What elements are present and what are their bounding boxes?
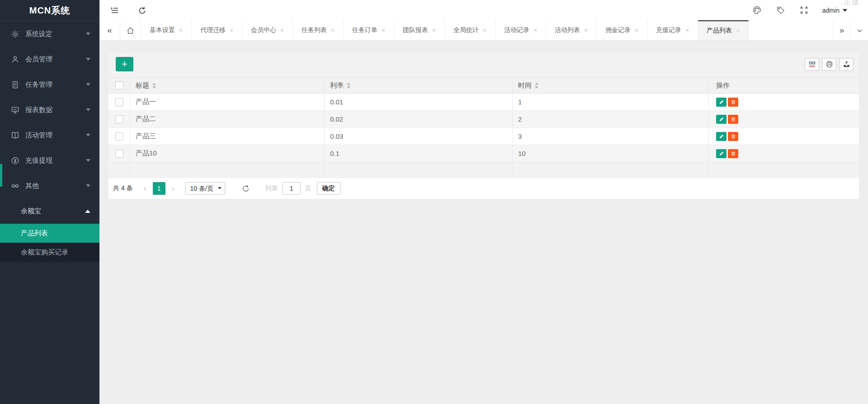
tabs-menu-button[interactable] <box>850 20 868 40</box>
sidebar-item-recharge-withdraw[interactable]: 充值提现 <box>0 148 99 173</box>
refresh-button[interactable] <box>137 5 147 16</box>
tab-5[interactable]: 团队报表 × <box>394 20 445 40</box>
row-checkbox[interactable] <box>115 132 123 141</box>
close-icon[interactable]: × <box>533 27 537 33</box>
close-icon[interactable]: × <box>635 27 638 33</box>
user-menu[interactable]: admin <box>822 7 847 14</box>
add-button[interactable]: + <box>116 57 133 71</box>
close-icon[interactable]: × <box>230 27 233 33</box>
theme-button[interactable] <box>752 5 763 16</box>
sort-icon[interactable] <box>535 83 538 89</box>
edit-button[interactable] <box>716 149 726 158</box>
sidebar-item-tasks[interactable]: 任务管理 <box>0 72 99 97</box>
close-icon[interactable]: × <box>685 27 689 33</box>
pencil-icon <box>719 151 724 156</box>
menu-toggle-button[interactable] <box>109 5 120 16</box>
next-page-button[interactable]: › <box>167 184 179 193</box>
row-checkbox[interactable] <box>115 98 123 106</box>
close-icon[interactable]: × <box>483 27 486 33</box>
prev-page-button[interactable]: ‹ <box>139 184 151 193</box>
home-tab-button[interactable] <box>120 20 141 40</box>
sidebar-item-label: 会员管理 <box>25 55 52 64</box>
chevron-down-icon <box>86 108 90 111</box>
delete-button[interactable] <box>728 149 738 158</box>
tab-10[interactable]: 充值记录 × <box>647 20 698 40</box>
sidebar-item-system-settings[interactable]: 系统设定 <box>0 21 99 47</box>
row-checkbox[interactable] <box>115 115 123 123</box>
close-icon[interactable]: × <box>432 27 436 33</box>
delete-button[interactable] <box>728 98 738 107</box>
sidebar-item-reports[interactable]: 报表数据 <box>0 97 99 122</box>
edit-button[interactable] <box>716 115 726 124</box>
edit-button[interactable] <box>716 98 726 107</box>
select-all-checkbox[interactable] <box>115 81 123 89</box>
tab-2[interactable]: 会员中心 × <box>242 20 293 40</box>
sort-icon[interactable] <box>152 83 156 89</box>
edit-button[interactable] <box>716 132 726 141</box>
cell-time: 3 <box>513 128 709 145</box>
cell-rate: 0.01 <box>325 94 513 110</box>
cell-title: 产品10 <box>130 145 325 162</box>
tab-label: 任务订单 <box>352 26 377 34</box>
columns-button[interactable] <box>805 58 819 71</box>
cell-title: 产品一 <box>130 94 325 110</box>
sidebar-item-label: 其他 <box>25 182 39 190</box>
tab-6[interactable]: 全局统计 × <box>445 20 495 40</box>
sidebar-item-purchase-records[interactable]: 余额宝购买记录 <box>0 243 99 262</box>
tab-9[interactable]: 佣金记录 × <box>597 20 647 40</box>
gear-icon <box>11 30 19 38</box>
close-icon[interactable]: × <box>331 27 335 33</box>
chevron-down-icon <box>86 134 90 136</box>
print-button[interactable] <box>822 58 836 71</box>
sidebar-item-product-list[interactable]: 产品列表 <box>0 224 99 243</box>
home-icon <box>126 26 135 35</box>
tab-11[interactable]: 产品列表 × <box>698 20 749 40</box>
close-icon[interactable]: × <box>179 27 183 33</box>
current-page-button[interactable]: 1 <box>153 182 165 195</box>
sidebar-item-other[interactable]: 其他 <box>0 173 99 198</box>
pagination-total: 共 4 条 <box>113 184 133 193</box>
export-button[interactable] <box>839 58 854 71</box>
sidebar-group-yuebao[interactable]: 余额宝 <box>0 198 99 224</box>
tag-button[interactable] <box>775 5 786 16</box>
sidebar-item-activities[interactable]: 活动管理 <box>0 122 99 148</box>
tab-4[interactable]: 任务订单 × <box>344 20 394 40</box>
chevron-down-icon <box>86 33 90 35</box>
page-size-wrap: 10 条/页 <box>185 182 225 195</box>
tabs-scroll-left-button[interactable]: « <box>99 20 120 40</box>
close-icon[interactable]: × <box>736 28 740 34</box>
table-row: 产品三 0.03 3 <box>108 128 859 145</box>
chevron-down-icon <box>86 184 90 187</box>
topbar: admin <box>99 0 868 20</box>
sidebar-item-members[interactable]: 会员管理 <box>0 47 99 72</box>
columns-icon <box>808 61 816 68</box>
close-icon[interactable]: × <box>584 27 588 33</box>
tabs-scroll-right-button[interactable]: » <box>833 20 850 40</box>
table-toolbar <box>805 58 854 71</box>
tab-1[interactable]: 代理迁移 × <box>192 20 242 40</box>
page-size-select[interactable]: 10 条/页 <box>185 182 225 195</box>
confirm-button[interactable]: 确定 <box>317 182 340 195</box>
delete-button[interactable] <box>728 115 738 124</box>
close-icon[interactable]: × <box>280 27 284 33</box>
menu-icon <box>110 6 119 15</box>
tag-icon <box>776 6 785 15</box>
tab-0[interactable]: 基本设置 × <box>141 20 192 40</box>
double-chevron-left-icon: « <box>107 25 112 35</box>
tab-7[interactable]: 活动记录 × <box>495 20 546 40</box>
cell-time: 10 <box>513 145 709 162</box>
sort-icon[interactable] <box>347 83 350 89</box>
close-icon[interactable]: × <box>382 27 385 33</box>
fullscreen-button[interactable] <box>799 5 810 16</box>
table-body: 产品一 0.01 1 产品二 0.02 2 <box>108 94 859 162</box>
delete-button[interactable] <box>728 132 738 141</box>
tab-8[interactable]: 活动列表 × <box>546 20 597 40</box>
topbar-right: admin <box>752 0 847 20</box>
tab-3[interactable]: 任务列表 × <box>293 20 344 40</box>
username: admin <box>822 7 840 14</box>
row-checkbox[interactable] <box>115 150 123 158</box>
watermark: 正版 <box>844 0 860 7</box>
tabbar-right-controls: » <box>833 20 868 40</box>
goto-page-input[interactable] <box>283 182 301 195</box>
pagination-refresh-button[interactable] <box>241 184 250 193</box>
